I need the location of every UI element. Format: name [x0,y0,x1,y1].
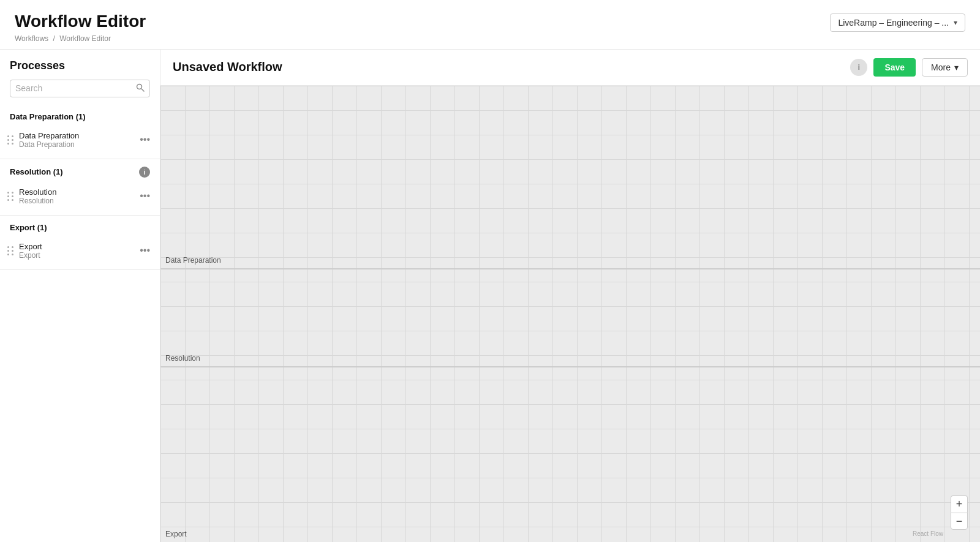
process-more-button-export[interactable]: ••• [137,244,153,257]
breadcrumb-parent[interactable]: Workflows [15,34,48,43]
section-title-resolution: Resolution (1) [10,167,63,176]
section-data-preparation: Data Preparation (1) Data Preparation Da… [0,105,160,159]
top-header: Workflow Editor Workflows / Workflow Edi… [0,0,980,50]
process-item-data-preparation[interactable]: Data Preparation Data Preparation ••• [0,126,160,154]
workflow-name: Unsaved Workflow [173,60,282,74]
drag-handle-data-preparation[interactable] [7,135,14,145]
lane-resolution: Resolution [160,271,980,367]
process-item-export[interactable]: Export Export ••• [0,237,160,265]
header-left: Workflow Editor Workflows / Workflow Edi… [15,11,146,43]
process-more-button-data-preparation[interactable]: ••• [137,133,153,146]
workflow-canvas[interactable]: Data Preparation Resolution Export + − R… [160,86,980,542]
process-more-button-resolution[interactable]: ••• [137,189,153,203]
section-header-export: Export (1) [0,223,160,237]
search-container [0,80,160,105]
section-header-data-preparation: Data Preparation (1) [0,112,160,126]
toolbar-actions: i Save More ▾ [850,58,968,77]
lane-label-data-preparation: Data Preparation [165,256,221,265]
process-secondary-data-preparation: Data Preparation [19,140,132,149]
zoom-out-button[interactable]: − [951,513,968,530]
drag-handle-resolution[interactable] [7,192,14,201]
canvas-area: Unsaved Workflow i Save More ▾ Data Prep… [160,50,980,542]
search-input-wrapper [10,80,150,97]
org-selector-label: LiveRamp – Engineering – ... [838,18,949,28]
section-header-resolution: Resolution (1) i [0,167,160,183]
svg-point-0 [137,84,142,89]
more-button-label: More [931,62,951,72]
section-export: Export (1) Export Export ••• [0,216,160,270]
zoom-in-button[interactable]: + [951,495,968,513]
search-input[interactable] [15,83,136,93]
lane-label-resolution: Resolution [165,354,200,363]
process-item-resolution[interactable]: Resolution Resolution ••• [0,183,160,210]
drag-handle-export[interactable] [7,246,14,255]
zoom-controls: + − [951,495,968,530]
process-secondary-export: Export [19,251,132,260]
process-primary-export: Export [19,242,132,251]
process-primary-data-preparation: Data Preparation [19,131,132,140]
resolution-info-icon[interactable]: i [139,167,150,178]
process-names-export: Export Export [19,242,132,260]
lane-export: Export [160,369,980,542]
main-layout: Processes Data Preparation (1) [0,50,980,542]
canvas-grid: Data Preparation Resolution Export + − R… [160,86,980,542]
section-title-export: Export (1) [10,223,47,232]
canvas-toolbar: Unsaved Workflow i Save More ▾ [160,50,980,86]
more-button-arrow-icon: ▾ [954,62,959,72]
section-title-data-preparation: Data Preparation (1) [10,112,86,121]
sidebar-title: Processes [0,59,160,80]
process-names-data-preparation: Data Preparation Data Preparation [19,131,132,149]
org-selector[interactable]: LiveRamp – Engineering – ... ▾ [830,13,965,32]
breadcrumb: Workflows / Workflow Editor [15,34,146,43]
breadcrumb-current: Workflow Editor [59,34,111,43]
header-right: LiveRamp – Engineering – ... ▾ [830,13,965,32]
more-button[interactable]: More ▾ [922,58,968,77]
lane-label-export: Export [165,530,187,538]
svg-line-1 [141,89,144,91]
app-title: Workflow Editor [15,11,146,32]
save-button[interactable]: Save [873,58,916,77]
workflow-info-icon[interactable]: i [850,59,867,76]
process-names-resolution: Resolution Resolution [19,187,132,205]
sidebar: Processes Data Preparation (1) [0,50,160,542]
breadcrumb-separator: / [53,34,55,43]
lane-data-preparation: Data Preparation [160,86,980,269]
section-resolution: Resolution (1) i Resolution Resolution •… [0,159,160,216]
process-secondary-resolution: Resolution [19,197,132,205]
org-selector-arrow-icon: ▾ [954,18,957,27]
process-primary-resolution: Resolution [19,187,132,197]
react-flow-watermark: React Flow [913,530,943,537]
search-icon[interactable] [136,83,145,94]
